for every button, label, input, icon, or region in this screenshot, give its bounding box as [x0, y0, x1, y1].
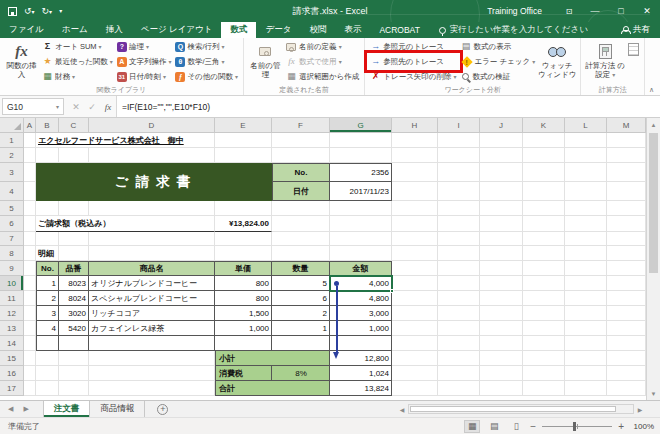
cell-D12[interactable]: リッチココア: [89, 306, 215, 321]
col-header-D[interactable]: D: [89, 118, 215, 133]
cell-F10[interactable]: 5: [272, 276, 330, 291]
cell-A13[interactable]: [24, 321, 36, 336]
cell-K6[interactable]: [523, 216, 565, 232]
tab-5[interactable]: データ: [256, 22, 300, 38]
cell-I17[interactable]: [438, 381, 480, 396]
cell-L3[interactable]: [565, 163, 607, 182]
cell-D11[interactable]: スペシャルブレンドコーヒー: [89, 291, 215, 306]
cell-G13[interactable]: 1,000: [330, 321, 392, 336]
cell-C2[interactable]: [59, 148, 89, 163]
cell-F11[interactable]: 6: [272, 291, 330, 306]
cell-J3[interactable]: [480, 163, 523, 182]
row-header-7[interactable]: 7: [0, 232, 24, 246]
row-header-9[interactable]: 9: [0, 261, 24, 276]
autosum-button[interactable]: Σ オート SUM: [40, 39, 115, 54]
cell-J15[interactable]: [480, 351, 523, 366]
cell-F2[interactable]: [272, 148, 330, 163]
cell-E13[interactable]: 1,000: [215, 321, 272, 336]
cell-G7[interactable]: [330, 232, 392, 246]
cell-K10[interactable]: [523, 276, 565, 291]
cell-E6[interactable]: ¥13,824.00: [215, 216, 272, 232]
cell-E7[interactable]: [215, 232, 272, 246]
cell-K2[interactable]: [523, 148, 565, 163]
cell-L11[interactable]: [565, 291, 607, 306]
col-header-B[interactable]: B: [36, 118, 59, 133]
cell-H9[interactable]: [392, 261, 438, 276]
col-header-C[interactable]: C: [59, 118, 89, 133]
cell-A15[interactable]: [24, 351, 36, 366]
cell-G2[interactable]: [330, 148, 392, 163]
cell-G12[interactable]: 3,000: [330, 306, 392, 321]
calculation-options-button[interactable]: 計算方法 の設定: [584, 39, 626, 80]
cell-E15[interactable]: 小計: [215, 351, 330, 366]
tell-me-search[interactable]: 実行したい作業を入力してください: [439, 22, 588, 38]
tab-6[interactable]: 校閲: [300, 22, 335, 38]
row-header-3[interactable]: 3: [0, 163, 24, 182]
name-box-dropdown-icon[interactable]: ▾: [56, 103, 59, 110]
cell-H5[interactable]: [392, 201, 438, 216]
cell-M8[interactable]: [607, 246, 646, 261]
cell-H3[interactable]: [392, 163, 438, 182]
logical-button[interactable]: ? 論理: [115, 39, 174, 54]
cell-E12[interactable]: 1,500: [215, 306, 272, 321]
cell-C11[interactable]: 8024: [59, 291, 89, 306]
cell-C10[interactable]: 8023: [59, 276, 89, 291]
cell-F4[interactable]: 日付: [272, 182, 330, 201]
cell-J7[interactable]: [480, 232, 523, 246]
cell-J14[interactable]: [480, 336, 523, 351]
collapse-ribbon-icon[interactable]: ∧: [649, 86, 654, 94]
watch-window-button[interactable]: ウォッチ ウィンドウ: [537, 39, 577, 80]
cell-E2[interactable]: [215, 148, 272, 163]
cell-K14[interactable]: [523, 336, 565, 351]
cell-M16[interactable]: [607, 366, 646, 381]
zoom-in-button[interactable]: +: [618, 421, 624, 432]
new-sheet-button[interactable]: +: [157, 404, 168, 415]
cell-F3[interactable]: No.: [272, 163, 330, 182]
cell-A14[interactable]: [24, 336, 36, 351]
col-header-A[interactable]: A: [24, 118, 36, 133]
cell-M12[interactable]: [607, 306, 646, 321]
cell-D9[interactable]: 商品名: [89, 261, 215, 276]
remove-arrows-button[interactable]: ✗ トレース矢印の削除: [368, 69, 458, 84]
cell-A7[interactable]: [24, 232, 36, 246]
cell-M14[interactable]: [607, 336, 646, 351]
more-functions-button[interactable]: ƒ その他の関数: [173, 69, 240, 84]
datetime-button[interactable]: 31 日付/時刻: [115, 69, 174, 84]
cell-I7[interactable]: [438, 232, 480, 246]
cell-G8[interactable]: [330, 246, 392, 261]
cell-K9[interactable]: [523, 261, 565, 276]
normal-view-button[interactable]: ▦: [464, 420, 480, 433]
cell-B16[interactable]: [36, 366, 59, 381]
cell-M11[interactable]: [607, 291, 646, 306]
cell-A9[interactable]: [24, 261, 36, 276]
name-box[interactable]: G10 ▾: [2, 98, 64, 115]
cell-M17[interactable]: [607, 381, 646, 396]
cell-J1[interactable]: [480, 133, 523, 148]
row-header-10[interactable]: 10: [0, 276, 24, 291]
cell-G16[interactable]: 1,024: [330, 366, 392, 381]
cell-K4[interactable]: [523, 182, 565, 201]
cell-J17[interactable]: [480, 381, 523, 396]
cell-G14[interactable]: [330, 336, 392, 351]
cell-B2[interactable]: [36, 148, 59, 163]
cell-L5[interactable]: [565, 201, 607, 216]
zoom-slider[interactable]: [542, 426, 612, 427]
cell-H8[interactable]: [392, 246, 438, 261]
use-in-formula-button[interactable]: fx 数式で使用: [284, 54, 361, 69]
cell-B15[interactable]: [36, 351, 59, 366]
tab-2[interactable]: 挿入: [97, 22, 132, 38]
define-name-button[interactable]: 名前の定義: [284, 39, 361, 54]
col-header-E[interactable]: E: [215, 118, 272, 133]
cell-L10[interactable]: [565, 276, 607, 291]
cell-E1[interactable]: [215, 133, 272, 148]
cell-B1[interactable]: エクセルフードサービス株式会社 御中: [36, 133, 215, 148]
cell-I6[interactable]: [438, 216, 480, 232]
row-header-4[interactable]: 4: [0, 182, 24, 201]
cell-D10[interactable]: オリジナルブレンドコーヒー: [89, 276, 215, 291]
account-name[interactable]: Training Office: [487, 6, 542, 16]
cell-J12[interactable]: [480, 306, 523, 321]
save-icon[interactable]: [8, 7, 17, 16]
cell-J8[interactable]: [480, 246, 523, 261]
cell-F7[interactable]: [272, 232, 330, 246]
maximize-button[interactable]: □: [608, 0, 634, 22]
